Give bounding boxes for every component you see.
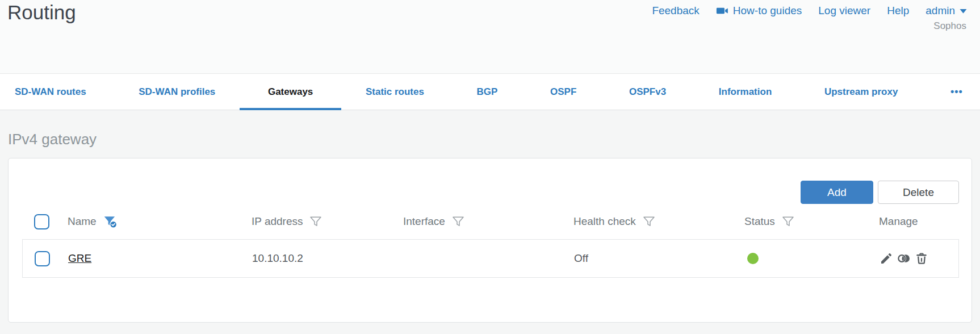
admin-menu[interactable]: admin [925, 5, 967, 17]
header-status: Status [743, 215, 878, 228]
row-select-cell [23, 251, 57, 266]
tab-ospfv3[interactable]: OSPFv3 [629, 74, 666, 110]
delete-icon[interactable] [915, 252, 928, 265]
section-heading: IPv4 gateway [8, 131, 972, 148]
health-check-cell: Off [573, 252, 744, 265]
header-manage-label: Manage [879, 215, 918, 228]
manage-cell [878, 252, 958, 265]
header-interface: Interface [402, 215, 572, 228]
clone-icon[interactable] [897, 252, 911, 265]
feedback-label: Feedback [652, 5, 699, 17]
ip-address-cell: 10.10.10.2 [251, 252, 403, 265]
tab-sd-wan-profiles[interactable]: SD-WAN profiles [139, 74, 215, 110]
tab-gateways[interactable]: Gateways [268, 74, 313, 110]
top-nav: Feedback How-to guides Log viewer Help a… [652, 5, 967, 17]
header-ip-address-label: IP address [252, 215, 303, 228]
filter-icon[interactable] [451, 215, 465, 228]
feedback-link[interactable]: Feedback [652, 5, 699, 17]
select-all-checkbox[interactable] [34, 214, 49, 229]
active-filter-icon[interactable] [103, 214, 118, 229]
tab-information[interactable]: Information [719, 74, 772, 110]
more-tabs-button[interactable]: ••• [950, 74, 963, 110]
log-viewer-label: Log viewer [818, 5, 870, 17]
video-camera-icon [716, 5, 728, 17]
page-title: Routing [7, 1, 76, 24]
tab-upstream-proxy[interactable]: Upstream proxy [824, 74, 898, 110]
gateway-name-link[interactable]: GRE [68, 252, 91, 264]
header-name-label: Name [68, 215, 97, 228]
header-name: Name [56, 214, 250, 229]
header-health-check-label: Health check [573, 215, 636, 228]
header-health-check: Health check [572, 215, 743, 228]
tab-bar: SD-WAN routes SD-WAN profiles Gateways S… [0, 73, 980, 110]
delete-button[interactable]: Delete [878, 181, 959, 204]
header-status-label: Status [744, 215, 775, 228]
add-button[interactable]: Add [801, 181, 873, 204]
header-manage: Manage [878, 215, 959, 228]
header-ip-address: IP address [250, 215, 402, 228]
table-body: GRE 10.10.10.2 Off [22, 239, 959, 278]
admin-label: admin [925, 5, 955, 17]
tab-ospf[interactable]: OSPF [550, 74, 576, 110]
tab-static-routes[interactable]: Static routes [366, 74, 424, 110]
tab-sd-wan-routes[interactable]: SD-WAN routes [15, 74, 86, 110]
tab-bgp[interactable]: BGP [477, 74, 498, 110]
header-interface-label: Interface [403, 215, 445, 228]
filter-icon[interactable] [309, 215, 323, 228]
table-row: GRE 10.10.10.2 Off [23, 240, 958, 277]
page-header: Routing Feedback How-to guides Log viewe… [0, 0, 980, 73]
row-checkbox[interactable] [35, 251, 50, 266]
help-label: Help [887, 5, 909, 17]
how-to-guides-label: How-to guides [733, 5, 802, 17]
gateway-name-cell: GRE [57, 252, 251, 265]
log-viewer-link[interactable]: Log viewer [818, 5, 870, 17]
toolbar: Add Delete [9, 158, 971, 204]
table-header-row: Name IP address Interface [22, 204, 959, 239]
filter-icon[interactable] [781, 215, 795, 228]
status-cell [744, 253, 878, 264]
chevron-down-icon [960, 9, 967, 14]
edit-icon[interactable] [880, 252, 893, 265]
ipv4-gateway-panel: Add Delete Name IP address [8, 158, 972, 323]
filter-icon[interactable] [642, 215, 656, 228]
header-select-cell [22, 214, 56, 229]
status-up-indicator [747, 253, 759, 264]
how-to-guides-link[interactable]: How-to guides [716, 5, 802, 17]
content-area: IPv4 gateway Add Delete Name [0, 131, 980, 323]
brand-label: Sophos [933, 20, 966, 32]
help-link[interactable]: Help [887, 5, 909, 17]
